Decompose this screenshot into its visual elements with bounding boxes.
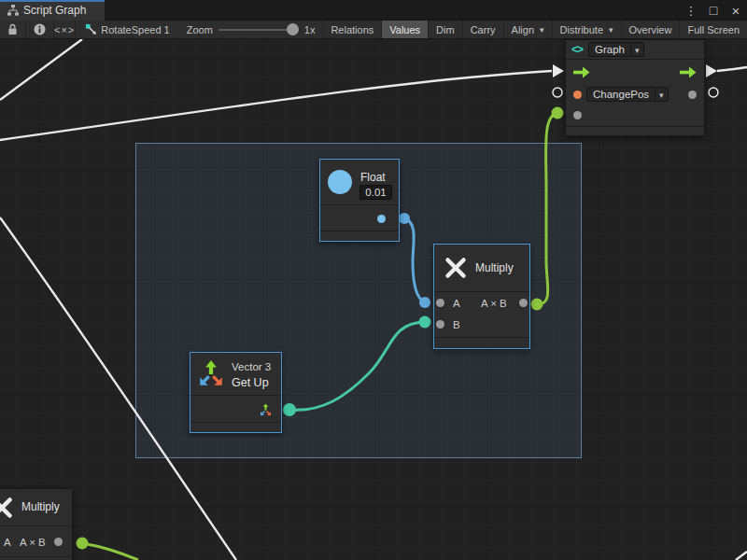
tab-script-graph[interactable]: Script Graph (0, 0, 105, 21)
vector3-output-row (190, 396, 281, 424)
lock-button[interactable] (0, 21, 25, 38)
vector3-axes-icon (196, 359, 226, 389)
wire-endpoint-dot (552, 107, 564, 119)
close-icon[interactable] (728, 3, 743, 19)
multiply2-row: A A × B (0, 526, 72, 557)
flow-arrowhead-left (553, 64, 564, 77)
vector3-node-title: Get Up (232, 376, 269, 389)
wire-white-topleft[interactable] (0, 39, 82, 100)
graph-node-header[interactable]: <> Graph (566, 40, 704, 60)
zoom-control: Zoom 1x (179, 23, 323, 35)
code-view-button[interactable]: <×> (54, 21, 75, 38)
script-graph-asset-icon (85, 23, 97, 35)
vector3-type-label: Vector 3 (232, 361, 271, 372)
port-gray[interactable] (688, 91, 697, 99)
float-output-port[interactable] (377, 215, 386, 223)
zoom-label: Zoom (187, 24, 213, 35)
port-a[interactable] (436, 299, 444, 307)
window-menu-icon[interactable] (684, 4, 698, 18)
port-a-label: A (4, 537, 11, 548)
info-icon (34, 23, 46, 35)
port-out[interactable] (519, 299, 528, 307)
float-node[interactable]: Float (319, 159, 400, 242)
zoom-value: 1x (304, 24, 316, 35)
distribute-dropdown[interactable]: Distribute (553, 21, 621, 38)
graph-extra-row (566, 105, 704, 125)
multiply-node-title: Multiply (475, 261, 514, 274)
graph-canvas[interactable]: <> Graph ChangePos (0, 39, 747, 560)
flow-arrowhead-right (706, 64, 717, 77)
multiply-node[interactable]: Multiply A A × B B (433, 244, 530, 349)
port-out-label: A × B (11, 537, 54, 548)
multiply2-node-header[interactable]: Multiply (0, 489, 72, 526)
maximize-icon[interactable] (706, 3, 721, 18)
float-node-title: Float (360, 171, 386, 184)
breadcrumb[interactable]: RotateSpeed 1 (76, 21, 178, 38)
wire-white-to-graph-input[interactable] (0, 71, 552, 140)
graph-flow-row (566, 60, 704, 84)
breadcrumb-label: RotateSpeed 1 (101, 24, 169, 35)
node-footer (434, 337, 529, 348)
tab-bar: Script Graph (0, 0, 747, 21)
align-dropdown[interactable]: Align (504, 21, 552, 38)
graph-value-row: ChangePos (566, 84, 704, 105)
port-out[interactable] (54, 538, 63, 546)
multiply-x-icon (444, 256, 468, 280)
node-footer (190, 422, 281, 432)
node-footer (320, 231, 399, 241)
dropdown-caret-icon (630, 43, 643, 56)
port-out-label: A × B (469, 298, 519, 309)
zoom-slider-handle[interactable] (287, 23, 299, 35)
flow-in-arrow-icon[interactable] (573, 66, 590, 78)
float-type-icon (328, 170, 352, 194)
wire-white-corner[interactable] (736, 552, 747, 560)
tab-accent-line (0, 0, 105, 2)
window-controls (684, 0, 743, 21)
float-value-input[interactable] (359, 185, 392, 200)
port-b[interactable] (436, 320, 444, 329)
value-socket-right (709, 88, 718, 97)
port-gray[interactable] (573, 111, 582, 119)
tab-title: Script Graph (23, 4, 86, 17)
graph-toolbar: <×> RotateSpeed 1 Zoom 1x Relations Valu… (0, 21, 747, 39)
vector3-getup-node[interactable]: Vector 3 Get Up (190, 352, 282, 433)
script-graph-window: Script Graph <×> (0, 0, 747, 560)
info-button[interactable] (26, 21, 53, 38)
values-button[interactable]: Values (382, 21, 428, 38)
carry-button[interactable]: Carry (463, 21, 503, 38)
multiply-node-header[interactable]: Multiply (434, 245, 529, 292)
lock-icon (7, 23, 18, 35)
port-a-label: A (453, 298, 460, 309)
code-angle-icon: <> (571, 43, 583, 56)
multiply-node-2[interactable]: Multiply A A × B (0, 488, 73, 560)
port-orange[interactable] (573, 91, 582, 99)
graph-dropdown[interactable]: Graph (588, 42, 644, 57)
dim-button[interactable]: Dim (429, 21, 462, 38)
multiply-row-a: A A × B (434, 292, 529, 314)
code-icon: <×> (54, 24, 75, 35)
vector3-node-header[interactable]: Vector 3 Get Up (190, 353, 281, 396)
overview-button[interactable]: Overview (622, 21, 680, 38)
changepos-dropdown[interactable]: ChangePos (586, 87, 669, 102)
hierarchy-icon (7, 5, 19, 16)
flow-out-arrow-icon[interactable] (680, 66, 697, 78)
relations-button[interactable]: Relations (323, 21, 381, 38)
dropdown-caret-icon (655, 88, 668, 101)
multiply-x-icon (0, 496, 14, 520)
wire-white-from-graph-output[interactable] (717, 67, 747, 71)
node-footer (566, 126, 704, 135)
zoom-slider[interactable] (218, 23, 299, 35)
float-output-row (320, 205, 399, 232)
node-footer (0, 556, 72, 560)
vector3-output-port-icon[interactable] (259, 403, 273, 417)
graph-unit-node[interactable]: <> Graph ChangePos (565, 39, 705, 136)
wire-green-bottom-multiply[interactable] (82, 543, 138, 560)
wire-endpoint-dot (77, 538, 89, 550)
port-b-label: B (453, 319, 460, 330)
multiply-row-b: B (434, 314, 529, 335)
value-socket-left (553, 88, 562, 97)
float-node-header[interactable]: Float (320, 160, 399, 205)
multiply2-node-title: Multiply (21, 500, 60, 513)
fullscreen-button[interactable]: Full Screen (680, 21, 747, 38)
